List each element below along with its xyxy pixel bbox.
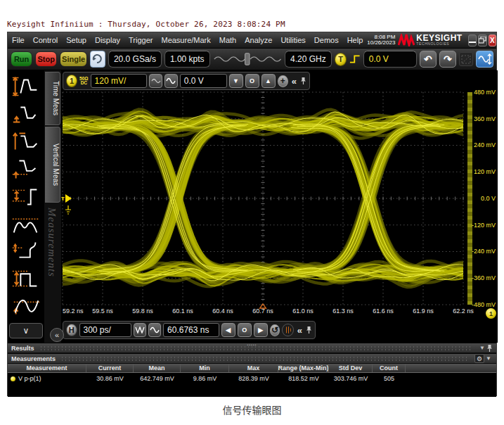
zoom-reset-button[interactable]: ↺ (270, 324, 280, 336)
v-amplitude-icon[interactable] (10, 184, 42, 209)
offset-down-button[interactable]: ▼ (229, 74, 243, 88)
single-button[interactable]: Single (60, 51, 86, 67)
col-measurement[interactable]: Measurement (8, 364, 86, 372)
v-base-icon[interactable] (10, 156, 42, 182)
col-stddev[interactable]: Std Dev (329, 364, 373, 372)
value-filler (406, 374, 496, 383)
wide-wave-icon (150, 326, 160, 334)
col-min[interactable]: Min (181, 364, 229, 372)
position-left-button[interactable]: ◀ (221, 323, 235, 337)
stop-button[interactable]: Stop (35, 51, 57, 67)
trigger-level-box[interactable]: 0.0 V (363, 51, 417, 68)
marker-grid-button[interactable] (459, 52, 473, 66)
brand-name: KEYSIGHT (416, 34, 462, 42)
tab-vertical-meas[interactable]: Vertical Meas (45, 127, 60, 203)
channel1-axis-badge[interactable]: 1 (486, 308, 496, 319)
timebase-scale-box[interactable]: 300 ps/ (79, 323, 131, 337)
close-button[interactable]: X (489, 34, 496, 46)
timebase-zoom-in-button[interactable] (148, 323, 161, 337)
hbar-pin-icon[interactable] (306, 326, 312, 334)
col-max[interactable]: Max (229, 364, 278, 372)
measurements-bar[interactable]: Measurements ⚙ ▼ (8, 353, 496, 364)
position-zero-button[interactable]: O (238, 323, 252, 337)
menu-measure-mark[interactable]: Measure/Mark (157, 36, 214, 44)
y-tick-label: 120 mV (467, 168, 496, 175)
menu-analyze[interactable]: Analyze (240, 36, 276, 44)
measurement-name: V p-p(1) (18, 375, 41, 382)
v-max-icon[interactable] (10, 129, 42, 154)
v-pp-icon[interactable] (10, 74, 42, 99)
autoscale-icon (92, 54, 103, 64)
scroll-more-measurements-button[interactable]: ∨ (9, 323, 43, 338)
memory-depth-box[interactable]: 1.00 kpts (164, 51, 210, 68)
hbar-collapse-icon[interactable]: « (296, 325, 304, 336)
overshoot-icon[interactable] (10, 239, 42, 264)
v-rms-icon[interactable] (10, 293, 42, 319)
menu-demos[interactable]: Demos (310, 36, 343, 44)
sample-rate-box[interactable]: 20.0 GSa/s (108, 51, 162, 68)
undo-button[interactable]: ↶ (420, 51, 437, 68)
tab-time-meas[interactable]: Time Meas (45, 72, 60, 125)
measurements-dropdown-icon[interactable]: ▼ (484, 355, 493, 362)
menu-trigger[interactable]: Trigger (124, 36, 157, 44)
measurements-settings-button[interactable]: ⚙ (474, 354, 484, 363)
trigger-edge-icon[interactable] (349, 54, 361, 64)
results-dropdown-icon[interactable]: ▼ (478, 345, 486, 351)
results-pin-icon[interactable] (486, 344, 493, 353)
channel1-scale-box[interactable]: 120 mV/ (91, 74, 148, 88)
v-average-icon[interactable] (10, 211, 42, 236)
channel1-offset-box[interactable]: 0.0 V (180, 74, 227, 88)
value-max: 828.39 mV (229, 374, 278, 383)
menu-display[interactable]: Display (91, 36, 124, 44)
trigger-badge[interactable]: T (335, 53, 347, 66)
window-caption-text: Keysight Infiniium : Thursday, October 2… (7, 20, 285, 29)
col-count[interactable]: Count (373, 364, 406, 372)
value-range: 818.52 mV (278, 374, 329, 383)
v-min-icon[interactable] (10, 101, 42, 127)
menu-utilities[interactable]: Utilities (276, 36, 309, 44)
menu-control[interactable]: Control (29, 36, 62, 44)
menu-file[interactable]: File (8, 36, 29, 44)
timebase-position-box[interactable]: 60.6763 ns (163, 323, 219, 337)
horizontal-badge[interactable]: H (66, 324, 77, 336)
eye-diagram-plot: T (61, 70, 466, 343)
channel1-coupling[interactable]: 50Ω DC (79, 77, 88, 86)
minimize-icon (469, 37, 476, 43)
timebase-zoom-out-button[interactable] (134, 323, 146, 337)
splitter-handle[interactable]: ••••• (247, 343, 257, 347)
channel1-badge[interactable]: 1 (66, 75, 77, 87)
value-current: 30.86 mV (86, 374, 134, 383)
results-bar[interactable]: ••••• Results ▼ (8, 343, 496, 353)
segmented-memory-button[interactable] (282, 324, 293, 336)
run-button[interactable]: Run (11, 51, 32, 67)
channel-bar-pin-icon[interactable] (300, 77, 306, 85)
value-min: 9.86 mV (181, 374, 229, 383)
minimize-button[interactable] (468, 34, 477, 46)
restore-button[interactable] (478, 34, 487, 46)
autoscale-button[interactable] (90, 51, 105, 68)
col-range[interactable]: Range (Max-Min) (278, 364, 329, 372)
bandwidth-slider[interactable] (213, 51, 282, 68)
channel-bar-collapse-icon[interactable]: « (290, 76, 298, 87)
waveform-display[interactable]: T 1 50Ω DC 120 mV/ 0.0 V ▼ O ▲ + (61, 70, 466, 343)
menu-setup[interactable]: Setup (62, 36, 91, 44)
measurements-panel-label: Measurements (46, 208, 58, 277)
offset-zero-button[interactable]: O (245, 74, 259, 88)
add-channel-button[interactable]: + (278, 75, 288, 87)
coupling-label: DC (79, 81, 88, 86)
scale-coarse-button[interactable] (149, 74, 162, 88)
position-right-button[interactable]: ▶ (254, 323, 268, 337)
col-current[interactable]: Current (86, 364, 134, 372)
menu-math[interactable]: Math (215, 36, 240, 44)
touch-button[interactable] (476, 51, 493, 68)
v-top-icon[interactable] (10, 266, 42, 291)
scale-fine-button[interactable] (164, 74, 178, 88)
bandwidth-box[interactable]: 4.20 GHz (285, 51, 332, 68)
col-mean[interactable]: Mean (134, 364, 181, 372)
x-tick-label: 61.0 ns (292, 307, 314, 315)
redo-button[interactable]: ↷ (439, 51, 456, 68)
menu-help[interactable]: Help (343, 36, 368, 44)
sidebar-collapse-button[interactable]: « (50, 328, 64, 342)
offset-up-button[interactable]: ▲ (261, 74, 276, 88)
table-row-vpp[interactable]: V p-p(1) 30.86 mV 642.749 mV 9.86 mV 828… (8, 374, 496, 383)
